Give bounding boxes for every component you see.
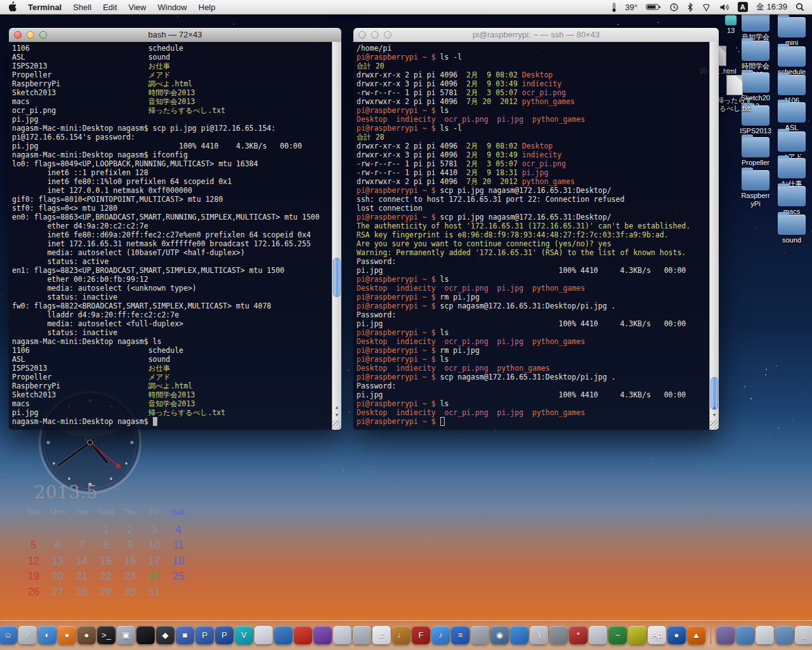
menu-shell[interactable]: Shell — [73, 3, 91, 12]
apple-menu-icon[interactable] — [8, 1, 16, 13]
dock-icon-silver-app-2[interactable] — [589, 626, 607, 644]
spotlight-icon[interactable] — [796, 3, 804, 11]
menu-app-name[interactable]: Terminal — [28, 3, 62, 12]
desktop-icon-mini[interactable]: mini — [771, 17, 812, 47]
dock-icon-feather-app[interactable] — [254, 626, 273, 644]
terminal-line: macs 音知学会2013 — [12, 97, 332, 106]
dock-icon-dark-cube-app[interactable]: ◆ — [156, 626, 174, 644]
dock-icon-gray-app-2[interactable] — [549, 626, 568, 644]
desktop-icon-schedule[interactable]: schedule — [771, 46, 812, 76]
dock-icon-appstore-doc[interactable]: Ap — [648, 626, 666, 644]
input-source-menu[interactable]: A — [738, 2, 748, 12]
titlebar-bash[interactable]: bash — 72×43 — [9, 28, 341, 43]
terminal-text: pi@raspberrypi ~ $ — [357, 124, 440, 133]
terminal-line: pi@172.16.65.154's password: — [12, 133, 332, 142]
dock-icon-finder[interactable]: ☺ — [0, 626, 17, 644]
terminal-text: python_games — [532, 115, 585, 124]
terminal-line: inet6 ::1 prefixlen 128 — [12, 168, 332, 177]
dock-icon-garageband[interactable]: ♩ — [392, 626, 410, 644]
airport-icon[interactable] — [702, 3, 711, 11]
dock-icon-web-browser[interactable]: ◐ — [38, 626, 56, 644]
terminal-line: -rw-r--r-- 1 pi pi 5781 2月 3 05:07 ocr_p… — [357, 88, 709, 97]
dock-icon-vlc[interactable]: ▲ — [687, 626, 705, 644]
dock-icon-pen-app[interactable]: ∖ — [530, 626, 548, 644]
terminal-line: Sketch2013 時間学会2013 — [12, 88, 332, 97]
dock-icon-firefox[interactable]: ● — [58, 626, 76, 644]
dock-icon-equalizer-app[interactable]: ≡ — [451, 626, 469, 644]
dock-icon-red-app[interactable] — [294, 626, 312, 644]
dock-icon-flash[interactable]: F — [412, 626, 430, 644]
dock-icon-processing[interactable]: P — [215, 626, 233, 644]
dock-icon-audio-editor[interactable]: ~ — [608, 626, 627, 644]
dock-icon-poser[interactable]: * — [569, 626, 587, 644]
desktop-icon-propeller[interactable]: Propeller — [735, 137, 776, 167]
terminal-line: nagasm-Mac-mini:Desktop nagasm$ ls — [12, 337, 332, 346]
dock-icon-stack-blue[interactable] — [736, 626, 754, 644]
terminal-line: Password: — [357, 257, 709, 266]
dock-icon-silver-app[interactable] — [353, 626, 371, 644]
terminal-text: 調べよ.html — [148, 381, 193, 390]
dock-icon-drive[interactable] — [775, 626, 794, 644]
dock-icon-blue-app-2[interactable] — [510, 626, 528, 644]
dock-icon-documents-stack[interactable] — [756, 626, 774, 644]
menu-clock[interactable]: 金 16:39 — [756, 1, 787, 13]
terminal-line: inet 127.0.0.1 netmask 0xff000000 — [12, 186, 332, 195]
dock[interactable]: ☺∕◐●●>_▣◆■PPV♫♩F♪≡◉∖*~Ap●▲▯ — [0, 613, 812, 650]
dock-icon-camera-app[interactable]: ◉ — [490, 626, 509, 644]
dock-icon-stack-purple[interactable] — [716, 626, 735, 644]
scrollbar-arrows[interactable]: ▲▼ — [710, 404, 719, 420]
terminal-content-ssh[interactable]: /home/pipi@raspberrypi ~ $ ls -l合計 20drw… — [353, 42, 709, 430]
terminal-text: RSA key fingerprint is e8:96:d8:f9:78:93… — [357, 230, 669, 239]
dock-icon-midi-piano[interactable]: ♫ — [372, 626, 391, 644]
temperature-status[interactable]: 39° — [625, 3, 638, 12]
terminal-window-ssh[interactable]: pi@raspberrypi: ~ — ssh — 80×43 /home/pi… — [353, 28, 719, 430]
dock-icon-propellerhead[interactable]: P — [195, 626, 214, 644]
terminal-text: 1106 schedule — [12, 44, 183, 53]
thermometer-icon[interactable] — [612, 3, 617, 12]
dock-icon-pen-tool[interactable]: ∕ — [18, 626, 37, 644]
dock-icon-itunes[interactable]: ♪ — [431, 626, 450, 644]
volume-icon[interactable] — [719, 3, 730, 11]
resize-grip[interactable] — [332, 420, 341, 430]
scrollbar-thumb[interactable] — [333, 258, 341, 297]
terminal-line: pi@raspberrypi ~ $ ls — [357, 328, 709, 337]
dock-icon-gray-app-1[interactable] — [471, 626, 489, 644]
scrollbar[interactable]: ▲▼ — [332, 42, 341, 430]
menu-window[interactable]: Window — [158, 3, 187, 12]
bluetooth-icon[interactable] — [687, 3, 693, 12]
terminal-content-bash[interactable]: 1106 scheduleASL soundISPS2013 お仕事Propel… — [9, 42, 332, 430]
dock-icon-blue-cube-app[interactable]: ■ — [176, 626, 194, 644]
dock-icon-light-app[interactable] — [333, 626, 351, 644]
scrollbar-arrows[interactable]: ▲▼ — [332, 404, 341, 420]
terminal-text: status: inactive — [12, 293, 117, 302]
dock-icon-yellow-app[interactable] — [628, 626, 646, 644]
desktop-icon-sound[interactable]: sound — [771, 215, 812, 244]
dock-icon-system-monitor[interactable]: ▣ — [117, 626, 135, 644]
desktop-icon-asl[interactable]: ASL — [771, 102, 812, 132]
dock-icon-trash[interactable]: ▯ — [795, 626, 812, 644]
desktop-icon-macs[interactable]: macs — [771, 186, 812, 216]
dock-icon-java-bean[interactable]: ● — [77, 626, 96, 644]
menu-view[interactable]: View — [129, 3, 147, 12]
terminal-text: drwxrwxr-x 2 pi pi 4096 — [357, 97, 466, 106]
desktop-icon-kaettara-txt[interactable]: 帰ったらす るべし.txt — [714, 75, 755, 113]
terminal-text: -rw-r--r-- 1 pi pi 5781 — [357, 88, 466, 97]
battery-icon[interactable] — [646, 3, 661, 11]
terminal-window-bash[interactable]: bash — 72×43 1106 scheduleASL soundISPS2… — [9, 28, 341, 430]
menu-help[interactable]: Help — [199, 3, 216, 12]
terminal-line: lo0: flags=8049<UP,LOOPBACK,RUNNING,MULT… — [12, 159, 332, 168]
menu-edit[interactable]: Edit — [103, 3, 117, 12]
dock-icon-teal-media-app[interactable]: V — [235, 626, 253, 644]
dock-icon-terminal[interactable]: >_ — [97, 626, 115, 644]
dock-icon-purple-app[interactable] — [313, 626, 332, 644]
desktop-icon-raspberrypi[interactable]: Raspberr yPi — [735, 170, 776, 208]
folder-icon — [778, 102, 806, 123]
resize-grip[interactable] — [709, 420, 719, 430]
titlebar-ssh[interactable]: pi@raspberrypi: ~ — ssh — 80×43 — [353, 28, 719, 43]
time-machine-icon[interactable] — [669, 3, 679, 12]
dock-icon-google-earth[interactable]: ● — [667, 626, 686, 644]
scrollbar[interactable]: ▲▼ — [709, 42, 719, 430]
dock-icon-blue-app-1[interactable] — [274, 626, 292, 644]
terminal-text: /home/pi — [357, 44, 391, 53]
dock-icon-black-app[interactable] — [136, 626, 155, 644]
